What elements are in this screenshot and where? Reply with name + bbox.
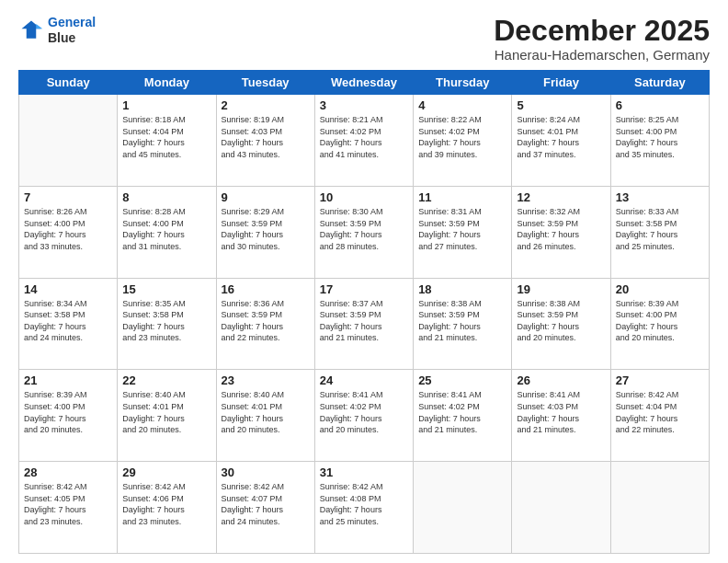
day-info: Sunrise: 8:33 AM Sunset: 3:58 PM Dayligh… <box>616 206 704 252</box>
day-info: Sunrise: 8:42 AM Sunset: 4:06 PM Dayligh… <box>122 481 210 527</box>
day-number: 7 <box>24 190 112 204</box>
day-number: 18 <box>418 282 506 296</box>
day-info: Sunrise: 8:31 AM Sunset: 3:59 PM Dayligh… <box>418 206 506 252</box>
calendar-table: SundayMondayTuesdayWednesdayThursdayFrid… <box>18 70 710 554</box>
day-info: Sunrise: 8:21 AM Sunset: 4:02 PM Dayligh… <box>320 114 408 160</box>
day-number: 16 <box>222 282 310 296</box>
calendar-day-cell: 30Sunrise: 8:42 AM Sunset: 4:07 PM Dayli… <box>216 462 314 554</box>
svg-marker-1 <box>36 24 42 29</box>
calendar-week-row: 21Sunrise: 8:39 AM Sunset: 4:00 PM Dayli… <box>19 370 710 462</box>
calendar-day-cell: 19Sunrise: 8:38 AM Sunset: 3:59 PM Dayli… <box>512 278 610 370</box>
logo-line2: Blue <box>48 30 96 46</box>
location: Hanerau-Hademarschen, Germany <box>494 47 710 63</box>
day-number: 24 <box>320 373 408 387</box>
day-info: Sunrise: 8:40 AM Sunset: 4:01 PM Dayligh… <box>122 389 210 435</box>
day-info: Sunrise: 8:42 AM Sunset: 4:04 PM Dayligh… <box>616 389 704 435</box>
day-info: Sunrise: 8:30 AM Sunset: 3:59 PM Dayligh… <box>320 206 408 252</box>
day-info: Sunrise: 8:34 AM Sunset: 3:58 PM Dayligh… <box>24 298 112 344</box>
calendar-day-header: Thursday <box>414 71 512 95</box>
day-number: 14 <box>24 282 112 296</box>
calendar-header-row: SundayMondayTuesdayWednesdayThursdayFrid… <box>19 71 710 95</box>
day-number: 27 <box>616 373 704 387</box>
calendar-week-row: 14Sunrise: 8:34 AM Sunset: 3:58 PM Dayli… <box>19 278 710 370</box>
calendar-day-header: Tuesday <box>216 71 314 95</box>
calendar-day-header: Sunday <box>19 71 118 95</box>
day-number: 28 <box>24 465 112 479</box>
day-info: Sunrise: 8:32 AM Sunset: 3:59 PM Dayligh… <box>517 206 605 252</box>
day-number: 4 <box>418 98 506 112</box>
day-number: 10 <box>320 190 408 204</box>
calendar-day-cell: 27Sunrise: 8:42 AM Sunset: 4:04 PM Dayli… <box>610 370 709 462</box>
day-number: 26 <box>517 373 605 387</box>
calendar-day-cell: 13Sunrise: 8:33 AM Sunset: 3:58 PM Dayli… <box>610 186 709 278</box>
day-info: Sunrise: 8:41 AM Sunset: 4:02 PM Dayligh… <box>320 389 408 435</box>
day-info: Sunrise: 8:38 AM Sunset: 3:59 PM Dayligh… <box>517 298 605 344</box>
day-number: 8 <box>122 190 210 204</box>
day-number: 6 <box>616 98 704 112</box>
calendar-day-header: Monday <box>118 71 216 95</box>
calendar-day-cell: 25Sunrise: 8:41 AM Sunset: 4:02 PM Dayli… <box>414 370 512 462</box>
calendar-day-cell: 22Sunrise: 8:40 AM Sunset: 4:01 PM Dayli… <box>118 370 216 462</box>
day-info: Sunrise: 8:18 AM Sunset: 4:04 PM Dayligh… <box>122 114 210 160</box>
day-number: 3 <box>320 98 408 112</box>
day-number: 13 <box>616 190 704 204</box>
day-info: Sunrise: 8:22 AM Sunset: 4:02 PM Dayligh… <box>418 114 506 160</box>
calendar-day-header: Wednesday <box>314 71 413 95</box>
day-info: Sunrise: 8:39 AM Sunset: 4:00 PM Dayligh… <box>616 298 704 344</box>
calendar-day-cell: 16Sunrise: 8:36 AM Sunset: 3:59 PM Dayli… <box>216 278 314 370</box>
calendar-day-cell: 5Sunrise: 8:24 AM Sunset: 4:01 PM Daylig… <box>512 95 610 187</box>
calendar-day-cell: 9Sunrise: 8:29 AM Sunset: 3:59 PM Daylig… <box>216 186 314 278</box>
day-number: 9 <box>222 190 310 204</box>
page: General Blue December 2025 Hanerau-Hadem… <box>0 0 728 563</box>
calendar-day-cell: 2Sunrise: 8:19 AM Sunset: 4:03 PM Daylig… <box>216 95 314 187</box>
day-number: 1 <box>122 98 210 112</box>
day-number: 15 <box>122 282 210 296</box>
day-info: Sunrise: 8:42 AM Sunset: 4:05 PM Dayligh… <box>24 481 112 527</box>
day-number: 31 <box>320 465 408 479</box>
logo-icon <box>18 17 44 43</box>
day-info: Sunrise: 8:38 AM Sunset: 3:59 PM Dayligh… <box>418 298 506 344</box>
calendar-day-cell: 20Sunrise: 8:39 AM Sunset: 4:00 PM Dayli… <box>610 278 709 370</box>
calendar-day-cell: 21Sunrise: 8:39 AM Sunset: 4:00 PM Dayli… <box>19 370 118 462</box>
calendar-day-cell: 23Sunrise: 8:40 AM Sunset: 4:01 PM Dayli… <box>216 370 314 462</box>
calendar-day-cell: 3Sunrise: 8:21 AM Sunset: 4:02 PM Daylig… <box>314 95 413 187</box>
day-info: Sunrise: 8:19 AM Sunset: 4:03 PM Dayligh… <box>222 114 310 160</box>
title-block: December 2025 Hanerau-Hademarschen, Germ… <box>494 15 710 63</box>
calendar-day-cell: 18Sunrise: 8:38 AM Sunset: 3:59 PM Dayli… <box>414 278 512 370</box>
calendar-day-header: Friday <box>512 71 610 95</box>
calendar-week-row: 28Sunrise: 8:42 AM Sunset: 4:05 PM Dayli… <box>19 462 710 554</box>
day-number: 5 <box>517 98 605 112</box>
day-number: 11 <box>418 190 506 204</box>
calendar-day-cell: 12Sunrise: 8:32 AM Sunset: 3:59 PM Dayli… <box>512 186 610 278</box>
svg-marker-0 <box>22 20 41 38</box>
day-info: Sunrise: 8:29 AM Sunset: 3:59 PM Dayligh… <box>222 206 310 252</box>
day-info: Sunrise: 8:41 AM Sunset: 4:02 PM Dayligh… <box>418 389 506 435</box>
calendar-day-cell: 17Sunrise: 8:37 AM Sunset: 3:59 PM Dayli… <box>314 278 413 370</box>
day-info: Sunrise: 8:25 AM Sunset: 4:00 PM Dayligh… <box>616 114 704 160</box>
calendar-day-cell: 10Sunrise: 8:30 AM Sunset: 3:59 PM Dayli… <box>314 186 413 278</box>
calendar-day-cell <box>610 462 709 554</box>
day-info: Sunrise: 8:41 AM Sunset: 4:03 PM Dayligh… <box>517 389 605 435</box>
logo-text: General Blue <box>48 15 96 46</box>
day-number: 12 <box>517 190 605 204</box>
header: General Blue December 2025 Hanerau-Hadem… <box>18 15 710 63</box>
calendar-day-cell: 4Sunrise: 8:22 AM Sunset: 4:02 PM Daylig… <box>414 95 512 187</box>
day-info: Sunrise: 8:26 AM Sunset: 4:00 PM Dayligh… <box>24 206 112 252</box>
day-info: Sunrise: 8:40 AM Sunset: 4:01 PM Dayligh… <box>222 389 310 435</box>
day-number: 30 <box>222 465 310 479</box>
calendar-day-cell: 26Sunrise: 8:41 AM Sunset: 4:03 PM Dayli… <box>512 370 610 462</box>
calendar-day-cell: 11Sunrise: 8:31 AM Sunset: 3:59 PM Dayli… <box>414 186 512 278</box>
calendar-week-row: 1Sunrise: 8:18 AM Sunset: 4:04 PM Daylig… <box>19 95 710 187</box>
logo-line1: General <box>48 15 96 29</box>
day-info: Sunrise: 8:36 AM Sunset: 3:59 PM Dayligh… <box>222 298 310 344</box>
day-number: 29 <box>122 465 210 479</box>
calendar-day-cell: 24Sunrise: 8:41 AM Sunset: 4:02 PM Dayli… <box>314 370 413 462</box>
calendar-day-cell: 6Sunrise: 8:25 AM Sunset: 4:00 PM Daylig… <box>610 95 709 187</box>
logo: General Blue <box>18 15 96 46</box>
day-number: 23 <box>222 373 310 387</box>
calendar-week-row: 7Sunrise: 8:26 AM Sunset: 4:00 PM Daylig… <box>19 186 710 278</box>
day-info: Sunrise: 8:39 AM Sunset: 4:00 PM Dayligh… <box>24 389 112 435</box>
day-info: Sunrise: 8:24 AM Sunset: 4:01 PM Dayligh… <box>517 114 605 160</box>
day-number: 21 <box>24 373 112 387</box>
day-number: 2 <box>222 98 310 112</box>
